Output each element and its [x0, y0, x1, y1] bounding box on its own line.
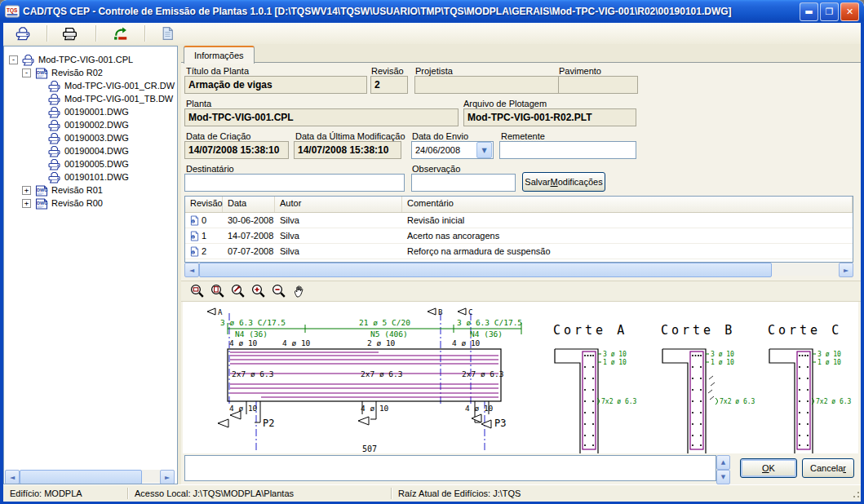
app-window: TQS CAD/TQS CEP - Controle de Emissão de…	[0, 0, 864, 504]
cad-text: 3 ø 6.3 C/17.5	[220, 318, 286, 327]
zoom-extents-button[interactable]	[188, 282, 207, 300]
cad-text: N5 (406)	[370, 329, 408, 338]
scroll-right-button[interactable]: ►	[160, 470, 175, 484]
table-row[interactable]: 2 07-07-2008 Silva Reforço na armadura d…	[185, 244, 853, 259]
scroll-thumb[interactable]	[20, 470, 142, 484]
observacao-input[interactable]	[411, 174, 516, 192]
zoom-page-button[interactable]	[208, 282, 228, 300]
document-icon	[161, 26, 175, 41]
zoom-in-button[interactable]	[249, 282, 268, 300]
tree-item-dwg[interactable]: Mod-TPC-VIG-001_CR.DW	[47, 79, 175, 92]
minimize-button[interactable]: ▬	[800, 2, 818, 21]
tree-item-label: 00190001.DWG	[64, 107, 129, 117]
scroll-left-button[interactable]: ◄	[5, 470, 20, 484]
drawing-toolbar	[181, 281, 861, 302]
tabstrip: Informações	[181, 46, 861, 63]
data-criacao-label: Data de Criação	[186, 131, 251, 141]
data-modificacao-field: 14/07/2008 15:38:10	[294, 141, 401, 159]
tree-item-label: 00190002.DWG	[64, 120, 129, 130]
observacao-label: Observação	[412, 164, 460, 174]
table-row[interactable]: 1 14-07-2008 Silva Acerto nas ancoragens	[185, 228, 853, 244]
cad-drawing: 3 ø 6.3 C/17.5 N4 (36) 21 ø 5 C/20 N5 (4…	[183, 302, 858, 453]
comment-scroll-spinner[interactable]: ▲ ▼	[716, 455, 729, 481]
cancelar-button[interactable]: Cancelar	[802, 458, 854, 478]
revision-doc-icon	[190, 231, 199, 241]
tree-expander[interactable]: -	[22, 69, 31, 77]
zoom-selection-button[interactable]	[228, 282, 248, 300]
table-header-row: Revisão Data Autor Comentário	[185, 197, 853, 213]
cad-text: 4 ø 10	[229, 338, 258, 347]
ok-button[interactable]: OK	[740, 458, 797, 478]
cad-text: 3 ø 10	[817, 351, 841, 358]
data-modificacao-label: Data da Última Modificação	[295, 131, 405, 141]
cad-section-flag: C	[468, 308, 472, 316]
cad-text: 21 ø 5 C/20	[359, 318, 410, 327]
cad-section-title: Corte C	[768, 323, 842, 338]
tree-item-dwg[interactable]: Mod-TPC-VIG-001_TB.DW	[47, 92, 173, 105]
cad-support-label: P2	[263, 418, 274, 429]
table-hscrollbar[interactable]: ◄ ►	[184, 263, 853, 276]
close-button[interactable]: ✕	[840, 2, 859, 21]
dwg-revision-icon	[34, 67, 48, 79]
data-envio-combobox[interactable]: 24/06/2008 ▼	[411, 141, 494, 159]
pan-hand-button[interactable]	[290, 282, 309, 300]
print-button[interactable]	[58, 24, 81, 43]
scroll-right-button[interactable]: ►	[839, 263, 853, 277]
info-panel: Informações Título da Planta Armação de …	[181, 46, 861, 484]
drawing-preview-canvas[interactable]: 3 ø 6.3 C/17.5 N4 (36) 21 ø 5 C/20 N5 (4…	[183, 302, 858, 453]
plotter-icon	[15, 26, 31, 41]
plot-button[interactable]	[11, 24, 34, 43]
comment-textarea[interactable]	[184, 455, 716, 481]
col-header-data[interactable]: Data	[223, 197, 275, 212]
tree-item-revision-r00[interactable]: + Revisão R00	[22, 197, 103, 210]
dwg-revision-icon	[34, 197, 48, 210]
tree-item-dwg[interactable]: 00190001.DWG	[47, 105, 129, 118]
resize-grip[interactable]	[849, 488, 861, 499]
tree-item-root[interactable]: - Mod-TPC-VIG-001.CPL	[9, 53, 133, 66]
tree-expander[interactable]: +	[22, 199, 31, 208]
tree-item-revision-r01[interactable]: + Revisão R01	[22, 183, 103, 197]
cad-text: 4 ø 10	[229, 404, 258, 413]
plotter-icon	[47, 119, 61, 131]
tab-informacoes[interactable]: Informações	[184, 46, 255, 64]
projetista-field	[414, 76, 560, 94]
scroll-down-button[interactable]: ▼	[716, 470, 730, 484]
col-header-comentario[interactable]: Comentário	[402, 197, 853, 212]
tree-expander[interactable]: +	[22, 186, 31, 195]
status-bar: Edifício: MODPLA Acesso Local: J:\TQS\MO…	[3, 484, 861, 502]
revisions-table: Revisão Data Autor Comentário 0 30-06-20…	[184, 196, 853, 263]
scroll-thumb[interactable]	[199, 263, 772, 277]
tree-hscrollbar[interactable]: ◄ ►	[5, 470, 175, 483]
tree-expander[interactable]: -	[9, 55, 18, 64]
tree-item-dwg[interactable]: 00190003.DWG	[47, 131, 129, 144]
cad-text: 1 ø 10	[817, 359, 841, 366]
window-border-right	[861, 23, 864, 501]
destinatario-input[interactable]	[184, 174, 405, 192]
maximize-button[interactable]: ❐	[820, 2, 839, 21]
col-header-revisao[interactable]: Revisão	[185, 197, 223, 212]
document-button[interactable]	[156, 24, 179, 43]
scroll-left-button[interactable]: ◄	[184, 263, 199, 277]
tree-item-dwg[interactable]: 00190004.DWG	[47, 144, 129, 157]
arquivo-plotagem-label: Arquivo de Plotagem	[463, 99, 547, 108]
tree-item-dwg[interactable]: 00190005.DWG	[47, 157, 129, 170]
tree-item-dwg[interactable]: 00190101.DWG	[47, 170, 129, 183]
salvar-modificacoes-button[interactable]: Salvar Modificações	[522, 172, 605, 192]
data-envio-value: 24/06/2008	[412, 145, 476, 155]
col-header-autor[interactable]: Autor	[275, 197, 402, 212]
status-acesso-local: Acesso Local: J:\TQS\MODPLA\Plantas	[128, 489, 391, 498]
scroll-up-button[interactable]: ▲	[716, 455, 730, 470]
projetista-label: Projetista	[415, 66, 453, 76]
tree-item-dwg[interactable]: 00190002.DWG	[47, 118, 129, 131]
remetente-input[interactable]	[499, 141, 636, 159]
cad-text: 3 ø 10	[603, 351, 627, 358]
table-row[interactable]: 0 30-06-2008 Silva Revisão inicial	[185, 213, 853, 228]
titlebar[interactable]: TQS CAD/TQS CEP - Controle de Emissão de…	[0, 0, 864, 23]
send-revision-button[interactable]	[109, 24, 131, 43]
chevron-down-icon[interactable]: ▼	[476, 142, 492, 158]
zoom-out-button[interactable]	[269, 282, 289, 300]
tree-item-revision-r02[interactable]: - Revisão R02	[22, 66, 103, 79]
tree-item-label: Revisão R00	[51, 198, 103, 208]
main-toolbar	[3, 23, 861, 45]
revision-doc-icon	[190, 215, 199, 226]
